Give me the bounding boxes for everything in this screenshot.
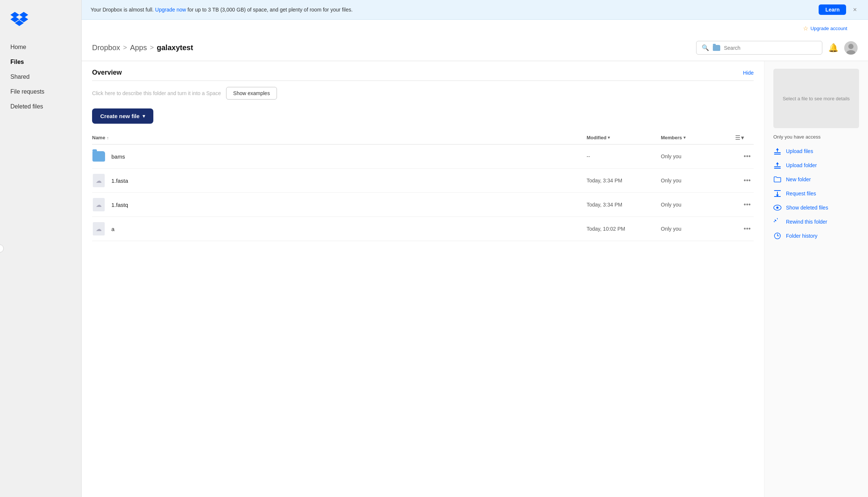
file-members-fastq: Only you <box>661 202 735 208</box>
sidebar: ‹ Home Files Shared File requests Delete… <box>0 0 82 497</box>
upload-folder-label: Upload folder <box>786 162 817 168</box>
new-folder-icon <box>773 175 781 183</box>
search-icon: 🔍 <box>702 44 709 51</box>
right-panel-actions: Upload files Upload folder <box>773 147 859 240</box>
main-content: Your Dropbox is almost full. Upgrade now… <box>82 0 868 497</box>
banner-text-before: Your Dropbox is almost full. <box>91 7 154 13</box>
svg-rect-19 <box>774 196 781 197</box>
file-members-fasta: Only you <box>661 178 735 183</box>
breadcrumb-apps[interactable]: Apps <box>130 43 147 52</box>
close-banner-button[interactable]: × <box>851 5 859 14</box>
request-files-action[interactable]: Request files <box>773 189 859 198</box>
avatar-icon <box>844 41 858 55</box>
hide-link[interactable]: Hide <box>743 70 754 76</box>
preview-placeholder-text: Select a file to see more details <box>783 96 850 101</box>
new-folder-action[interactable]: New folder <box>773 175 859 183</box>
star-icon: ☆ <box>803 25 808 32</box>
svg-point-21 <box>776 207 779 209</box>
folder-search-icon <box>713 45 720 51</box>
sidebar-item-shared[interactable]: Shared <box>4 70 77 84</box>
show-examples-button[interactable]: Show examples <box>226 87 277 100</box>
notification-bell-icon[interactable]: 🔔 <box>828 43 838 53</box>
sidebar-item-deleted-files[interactable]: Deleted files <box>4 100 77 114</box>
file-name-cell-fastq: 1.fastq <box>92 198 587 211</box>
upgrade-account-link[interactable]: ☆ Upgrade account <box>793 22 858 35</box>
header-bar: Dropbox > Apps > galaxytest 🔍 🔔 <box>82 35 868 61</box>
overview-header: Overview Hide <box>92 69 754 81</box>
search-bar[interactable]: 🔍 <box>696 41 822 55</box>
search-input[interactable] <box>724 45 817 51</box>
overview-placeholder-text[interactable]: Click here to describe this folder and t… <box>92 90 221 96</box>
more-options-bams[interactable]: ••• <box>741 151 754 162</box>
file-name-cell-bams: bams <box>92 150 587 163</box>
upgrade-account-label: Upgrade account <box>810 26 847 31</box>
view-chevron-icon: ▾ <box>741 134 744 141</box>
sidebar-collapse-button[interactable]: ‹ <box>0 244 4 253</box>
upload-files-action[interactable]: Upload files <box>773 147 859 155</box>
more-options-fastq[interactable]: ••• <box>741 199 754 210</box>
file-modified-bams: -- <box>587 153 661 159</box>
col-header-members[interactable]: Members ▾ <box>661 134 735 141</box>
file-name-fastq: 1.fastq <box>111 202 128 208</box>
rewind-folder-icon <box>773 218 781 226</box>
right-panel: Select a file to see more details Only y… <box>764 61 868 497</box>
svg-marker-14 <box>776 162 779 164</box>
breadcrumb-sep2: > <box>150 44 154 52</box>
sidebar-nav: Home Files Shared File requests Deleted … <box>0 40 81 114</box>
folder-history-action[interactable]: Folder history <box>773 232 859 240</box>
rewind-folder-action[interactable]: Rewind this folder <box>773 218 859 226</box>
learn-button[interactable]: Learn <box>819 4 846 15</box>
create-new-file-button[interactable]: Create new file ▾ <box>92 108 153 124</box>
file-members-bams: Only you <box>661 153 735 159</box>
overview-title: Overview <box>92 69 122 77</box>
rewind-folder-label: Rewind this folder <box>786 219 827 225</box>
svg-marker-10 <box>776 148 779 150</box>
table-row[interactable]: 1.fastq Today, 3:34 PM Only you ••• <box>92 193 754 217</box>
col-header-modified[interactable]: Modified ▾ <box>587 134 661 141</box>
list-view-icon: ☰ <box>735 134 740 141</box>
create-chevron-icon: ▾ <box>143 113 145 119</box>
dropbox-logo-icon <box>10 11 28 27</box>
file-modified-fastq: Today, 3:34 PM <box>587 202 661 208</box>
upload-folder-icon <box>773 161 781 169</box>
more-options-a[interactable]: ••• <box>741 224 754 234</box>
show-deleted-files-label: Show deleted files <box>786 205 828 211</box>
table-row[interactable]: 1.fasta Today, 3:34 PM Only you ••• <box>92 169 754 193</box>
file-name-cell-fasta: 1.fasta <box>92 174 587 187</box>
sidebar-item-home[interactable]: Home <box>4 40 77 54</box>
col-header-name[interactable]: Name ↑ <box>92 134 587 141</box>
file-actions-fastq: ••• <box>735 199 754 210</box>
sidebar-item-files[interactable]: Files <box>4 55 77 69</box>
breadcrumb-dropbox[interactable]: Dropbox <box>92 43 120 52</box>
table-row[interactable]: bams -- Only you ••• <box>92 144 754 169</box>
svg-rect-11 <box>774 154 781 155</box>
sidebar-logo <box>0 11 81 40</box>
sidebar-item-file-requests[interactable]: File requests <box>4 85 77 99</box>
svg-rect-12 <box>774 166 781 167</box>
banner-text: Your Dropbox is almost full. Upgrade now… <box>91 7 353 13</box>
content-area: Overview Hide Click here to describe thi… <box>82 61 868 497</box>
request-files-icon <box>773 189 781 198</box>
table-row[interactable]: a Today, 10:02 PM Only you ••• <box>92 217 754 241</box>
show-deleted-files-action[interactable]: Show deleted files <box>773 204 859 212</box>
create-new-file-label: Create new file <box>100 113 140 119</box>
svg-rect-15 <box>774 168 781 169</box>
svg-rect-8 <box>774 152 781 153</box>
file-modified-fasta: Today, 3:34 PM <box>587 178 661 183</box>
more-options-fasta[interactable]: ••• <box>741 175 754 186</box>
access-text: Only you have access <box>773 134 859 140</box>
top-banner: Your Dropbox is almost full. Upgrade now… <box>82 0 868 20</box>
folder-history-label: Folder history <box>786 233 818 239</box>
svg-point-6 <box>848 44 854 49</box>
upload-folder-action[interactable]: Upload folder <box>773 161 859 169</box>
file-name-fasta: 1.fasta <box>111 178 128 184</box>
svg-marker-22 <box>775 219 777 221</box>
file-actions-fasta: ••• <box>735 175 754 186</box>
file-name-cell-a: a <box>92 222 587 235</box>
view-toggle[interactable]: ☰ ▾ <box>735 134 754 141</box>
name-sort-icon: ↑ <box>107 136 109 140</box>
banner-upgrade-link[interactable]: Upgrade now <box>155 7 186 13</box>
user-avatar[interactable] <box>844 41 858 55</box>
overview-description: Click here to describe this folder and t… <box>92 87 754 100</box>
file-list-panel: Overview Hide Click here to describe thi… <box>82 61 764 497</box>
